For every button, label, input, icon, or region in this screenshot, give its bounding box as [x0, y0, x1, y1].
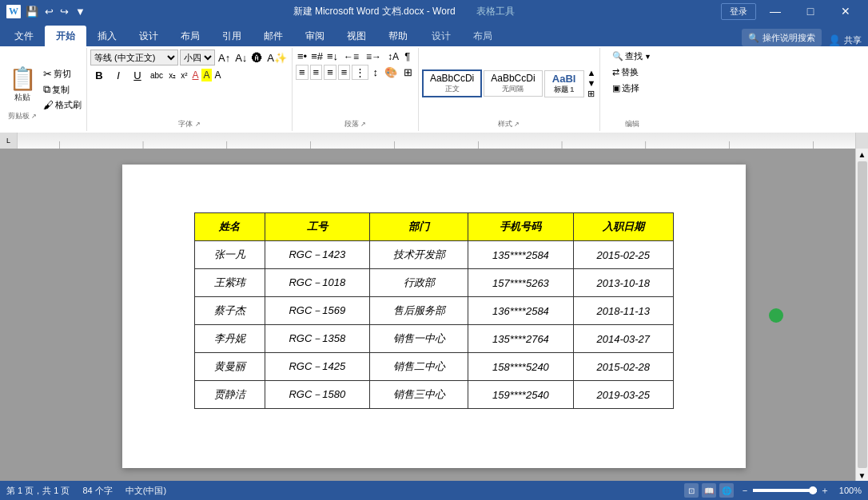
zoom-area: － ＋ 100% [740, 484, 862, 498]
text-effect-button[interactable]: A✨ [265, 51, 289, 65]
tab-file[interactable]: 文件 [3, 26, 45, 46]
tab-help[interactable]: 帮助 [377, 26, 419, 46]
styles-expand[interactable]: ⊞ [587, 89, 596, 99]
cut-button[interactable]: ✂ 剪切 [42, 67, 83, 81]
zoom-in-button[interactable]: ＋ [820, 484, 830, 498]
minimize-button[interactable]: — [759, 0, 791, 22]
subscript-button[interactable]: x₂ [167, 70, 177, 81]
table-row: 张一凡RGC－1423技术开发部135****25842015-02-25 [195, 241, 674, 269]
cell-id: RGC－1423 [265, 241, 369, 269]
tab-view[interactable]: 视图 [336, 26, 377, 46]
undo-icon[interactable]: ↩ [43, 4, 55, 19]
search-bar[interactable]: 🔍 操作说明搜索 [742, 29, 822, 46]
align-right-button[interactable]: ≡ [324, 65, 336, 80]
show-marks-button[interactable]: ¶ [402, 50, 412, 63]
paste-button[interactable]: 📋 粘贴 [5, 58, 40, 111]
borders-button[interactable]: ⊞ [401, 65, 415, 79]
cell-dept: 销售一中心 [369, 325, 468, 353]
cell-dept: 销售三中心 [369, 381, 468, 409]
cell-id: RGC－1580 [265, 381, 369, 409]
underline-button[interactable]: U [129, 67, 146, 83]
redo-icon[interactable]: ↪ [58, 4, 70, 19]
style-normal[interactable]: AaBbCcDi 正文 [422, 69, 482, 97]
font-color-button[interactable]: A [190, 69, 200, 81]
ruler-scrollbar-corner [855, 133, 868, 149]
title-bar-title: 新建 Microsoft Word 文档.docx - Word 表格工具 [87, 5, 721, 18]
share-label[interactable]: 共享 [844, 34, 862, 46]
format-painter-button[interactable]: 🖌 格式刷 [42, 98, 83, 112]
select-button[interactable]: ▣ 选择 [611, 81, 653, 95]
align-left-button[interactable]: ≡ [296, 65, 309, 80]
highlight-button[interactable]: A [201, 69, 211, 81]
bullets-button[interactable]: ≡• [296, 50, 309, 63]
header-dept: 部门 [369, 213, 468, 241]
cell-phone: 136****2584 [468, 297, 573, 325]
styles-scroll-down[interactable]: ▼ [587, 78, 596, 88]
font-name-select[interactable]: 等线 (中文正文) [90, 50, 178, 65]
cell-date: 2013-10-18 [573, 269, 673, 297]
scroll-down-button[interactable]: ▼ [857, 470, 868, 481]
tab-design[interactable]: 设计 [128, 26, 169, 46]
title-bar-right: 登录 — □ ✕ [721, 0, 862, 22]
tab-layout[interactable]: 布局 [169, 26, 211, 46]
align-center-button[interactable]: ≡ [310, 65, 323, 80]
font-shrink-button[interactable]: A↓ [233, 51, 249, 65]
login-button[interactable]: 登录 [721, 3, 756, 20]
zoom-slider[interactable] [753, 489, 817, 492]
copy-button[interactable]: ⧉ 复制 [42, 82, 83, 97]
print-layout-button[interactable]: ⊡ [684, 483, 699, 498]
font-color2-button[interactable]: A [213, 69, 223, 81]
replace-button[interactable]: ⇄ 替换 [611, 65, 653, 79]
find-button[interactable]: 🔍 查找 ▼ [611, 50, 653, 63]
tab-review[interactable]: 审阅 [294, 26, 336, 46]
ribbon-group-clipboard: 📋 粘贴 剪贴板 ↗ ✂ 剪切 ⧉ 复制 🖌 [2, 48, 87, 131]
styles-scroll-up[interactable]: ▲ [587, 68, 596, 77]
bold-button[interactable]: B [90, 67, 108, 83]
clear-format-button[interactable]: 🅐 [250, 51, 264, 65]
style-heading1[interactable]: AaBl 标题 1 [544, 70, 584, 97]
indent-decrease-button[interactable]: ←≡ [340, 50, 362, 63]
font-size-select[interactable]: 小四 [180, 50, 215, 65]
justify-button[interactable]: ≡ [338, 65, 351, 80]
table-row: 贾静洁RGC－1580销售三中心159****25402019-03-25 [195, 381, 674, 409]
italic-button[interactable]: I [109, 67, 127, 83]
status-bar-left: 第 1 页，共 1 页 84 个字 中文(中国) [6, 485, 166, 497]
font-grow-button[interactable]: A↑ [217, 51, 232, 65]
tab-references[interactable]: 引用 [211, 26, 253, 46]
strikethrough-button[interactable]: abc [148, 69, 165, 81]
view-buttons: ⊡ 📖 🌐 [684, 483, 734, 498]
auto-save-icon[interactable]: ▼ [74, 4, 87, 19]
columns-button[interactable]: ⋮ [352, 65, 368, 80]
restore-button[interactable]: □ [794, 0, 826, 22]
char-count: 84 个字 [82, 485, 112, 497]
save-icon[interactable]: 💾 [24, 4, 40, 19]
cell-id: RGC－1018 [265, 269, 369, 297]
quick-access-toolbar: W 💾 ↩ ↪ ▼ [6, 4, 87, 19]
line-spacing-button[interactable]: ↕ [370, 65, 380, 79]
sort-button[interactable]: ↕A [385, 50, 401, 63]
paragraph-group-label: 段落 ↗ [344, 117, 367, 129]
close-button[interactable]: ✕ [830, 0, 862, 22]
tab-design2[interactable]: 设计 [422, 26, 460, 46]
tab-home[interactable]: 开始 [45, 26, 86, 46]
superscript-button[interactable]: x² [179, 70, 189, 81]
read-mode-button[interactable]: 📖 [702, 483, 716, 498]
shading-button[interactable]: 🎨 [382, 65, 400, 79]
clipboard-label: 剪贴板 ↗ [8, 111, 38, 121]
multilevel-button[interactable]: ≡↓ [325, 50, 340, 63]
tab-insert[interactable]: 插入 [86, 26, 128, 46]
vertical-scrollbar[interactable]: ▲ ▼ [855, 149, 868, 481]
cell-id: RGC－1425 [265, 353, 369, 381]
web-layout-button[interactable]: 🌐 [719, 483, 734, 498]
indent-increase-button[interactable]: ≡→ [363, 50, 384, 63]
scroll-thumb[interactable] [858, 161, 867, 468]
scroll-up-button[interactable]: ▲ [857, 149, 868, 160]
numbering-button[interactable]: ≡# [309, 50, 325, 63]
cell-id: RGC－1569 [265, 297, 369, 325]
zoom-out-button[interactable]: － [740, 484, 750, 498]
tab-mailings[interactable]: 邮件 [253, 26, 294, 46]
tab-layout2[interactable]: 布局 [464, 26, 502, 46]
ruler-horizontal: │ │ │ │ │ │ │ │ │ │ [18, 133, 855, 149]
editing-group-label: 编辑 [625, 117, 639, 129]
style-no-spacing[interactable]: AaBbCcDi 无间隔 [484, 70, 542, 97]
